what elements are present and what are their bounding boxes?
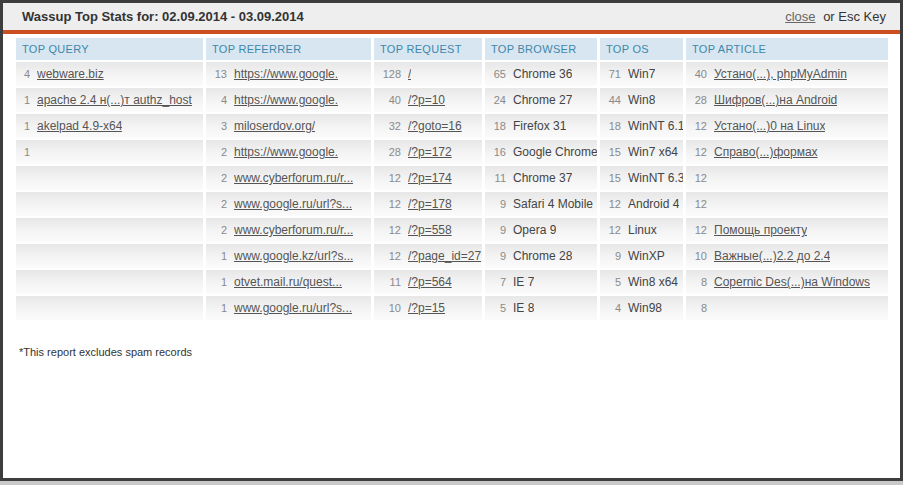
row-link[interactable]: Помощь проекту [714, 223, 807, 237]
row-link[interactable]: /?p=172 [408, 145, 452, 159]
row-link[interactable]: https://www.google. [234, 93, 338, 107]
table-row: 40/?p=10 [374, 88, 482, 112]
table-row [16, 218, 203, 242]
row-link[interactable]: /?p=174 [408, 171, 452, 185]
table-row: 12Помощь проекту [686, 218, 888, 242]
row-link[interactable]: https://www.google. [234, 67, 338, 81]
row-text: Opera 9 [513, 223, 556, 237]
row-count: 12 [378, 224, 401, 236]
table-row: 12/?p=178 [374, 192, 482, 216]
row-text: Chrome 28 [513, 249, 572, 263]
table-row: 9Opera 9 [485, 218, 597, 242]
row-link[interactable]: Шифров(...)на Android [714, 93, 837, 107]
row-link[interactable]: Устано(...)0 на Linux [714, 119, 825, 133]
row-text: WinXP [628, 249, 665, 263]
row-link[interactable]: www.google.ru/url?s... [234, 197, 352, 211]
row-count: 8 [690, 302, 707, 314]
table-row: 4https://www.google. [206, 88, 371, 112]
stats-column-browser: TOP BROWSER65Chrome 3624Chrome 2718Firef… [485, 38, 597, 320]
row-count: 12 [378, 198, 401, 210]
row-link[interactable]: Copernic Des(...)на Windows [714, 275, 870, 289]
row-link[interactable]: Важные(...)2.2 до 2.4 [714, 249, 830, 263]
table-row: 7IE 7 [485, 270, 597, 294]
table-row: 9Chrome 28 [485, 244, 597, 268]
row-count: 40 [690, 68, 707, 80]
row-text: Win8 [628, 93, 655, 107]
stats-popup-window: Wassup Top Stats for: 02.09.2014 - 03.09… [0, 0, 903, 481]
row-link[interactable]: /?page_id=27 [408, 249, 481, 263]
row-link[interactable]: www.google.ru/url?s... [234, 301, 352, 315]
table-row: 12Устано(...)0 на Linux [686, 114, 888, 138]
table-row: 1otvet.mail.ru/quest... [206, 270, 371, 294]
row-text: WinNT 6.3 [628, 171, 683, 185]
table-row: 1apache 2.4 н(...)т authz_host [16, 88, 203, 112]
row-count: 15 [604, 146, 621, 158]
close-link[interactable]: close [785, 9, 815, 24]
table-row: 8 [686, 296, 888, 320]
row-link[interactable]: /?p=15 [408, 301, 445, 315]
table-row: 5IE 8 [485, 296, 597, 320]
row-text: Google Chrome [513, 145, 597, 159]
row-text: WinNT 6.1 [628, 119, 683, 133]
row-link[interactable]: akelpad 4.9-x64 [37, 119, 122, 133]
row-link[interactable]: www.cyberforum.ru/r... [234, 171, 353, 185]
row-link[interactable]: www.cyberforum.ru/r... [234, 223, 353, 237]
row-text: IE 8 [513, 301, 534, 315]
row-link[interactable]: /?p=178 [408, 197, 452, 211]
row-count: 65 [489, 68, 506, 80]
table-row: 1www.google.ru/url?s... [206, 296, 371, 320]
row-count: 10 [690, 250, 707, 262]
row-count: 4 [20, 68, 30, 80]
row-text: Win98 [628, 301, 662, 315]
column-header-request: TOP REQUEST [374, 38, 482, 60]
table-row: 9WinXP [600, 244, 683, 268]
table-row: 9Safari 4 Mobile [485, 192, 597, 216]
row-text: IE 7 [513, 275, 534, 289]
row-link[interactable]: Справо(...)формах [714, 145, 818, 159]
stats-column-os: TOP OS71Win744Win818WinNT 6.115Win7 x641… [600, 38, 683, 320]
row-count: 13 [210, 68, 227, 80]
row-text: Firefox 31 [513, 119, 566, 133]
row-link[interactable]: /?p=10 [408, 93, 445, 107]
row-link[interactable]: / [408, 67, 411, 81]
table-row: 16Google Chrome [485, 140, 597, 164]
row-link[interactable]: /?p=558 [408, 223, 452, 237]
row-link[interactable]: /?p=564 [408, 275, 452, 289]
table-row [16, 296, 203, 320]
table-row: 15Win7 x64 [600, 140, 683, 164]
stats-columns: TOP QUERY4webware.biz1apache 2.4 н(...)т… [3, 34, 900, 320]
row-link[interactable]: https://www.google. [234, 145, 338, 159]
table-row: 10/?p=15 [374, 296, 482, 320]
close-area: close or Esc Key [785, 9, 886, 24]
row-link[interactable]: apache 2.4 н(...)т authz_host [37, 93, 192, 107]
table-row: 24Chrome 27 [485, 88, 597, 112]
table-row: 15WinNT 6.3 [600, 166, 683, 190]
row-link[interactable]: otvet.mail.ru/quest... [234, 275, 342, 289]
column-header-os: TOP OS [600, 38, 683, 60]
row-text: Chrome 27 [513, 93, 572, 107]
row-count: 11 [378, 276, 401, 288]
table-row [16, 244, 203, 268]
row-link[interactable]: /?goto=16 [408, 119, 462, 133]
row-link[interactable]: www.google.kz/url?s... [234, 249, 353, 263]
table-row [16, 192, 203, 216]
row-count: 40 [378, 94, 401, 106]
table-row: 2https://www.google. [206, 140, 371, 164]
row-count: 2 [210, 224, 227, 236]
row-link[interactable]: Устано(...), phpMyAdmin [714, 67, 847, 81]
row-count: 9 [489, 250, 506, 262]
table-row [16, 270, 203, 294]
row-link[interactable]: webware.biz [37, 67, 104, 81]
row-count: 12 [690, 172, 707, 184]
table-row: 10Важные(...)2.2 до 2.4 [686, 244, 888, 268]
popup-title: Wassup Top Stats for: 02.09.2014 - 03.09… [22, 9, 304, 24]
row-count: 128 [378, 68, 401, 80]
row-count: 4 [210, 94, 227, 106]
row-count: 5 [489, 302, 506, 314]
table-row: 71Win7 [600, 62, 683, 86]
row-count: 71 [604, 68, 621, 80]
table-row: 12 [686, 192, 888, 216]
table-row: 12/?p=558 [374, 218, 482, 242]
row-count: 15 [604, 172, 621, 184]
row-link[interactable]: miloserdov.org/ [234, 119, 315, 133]
